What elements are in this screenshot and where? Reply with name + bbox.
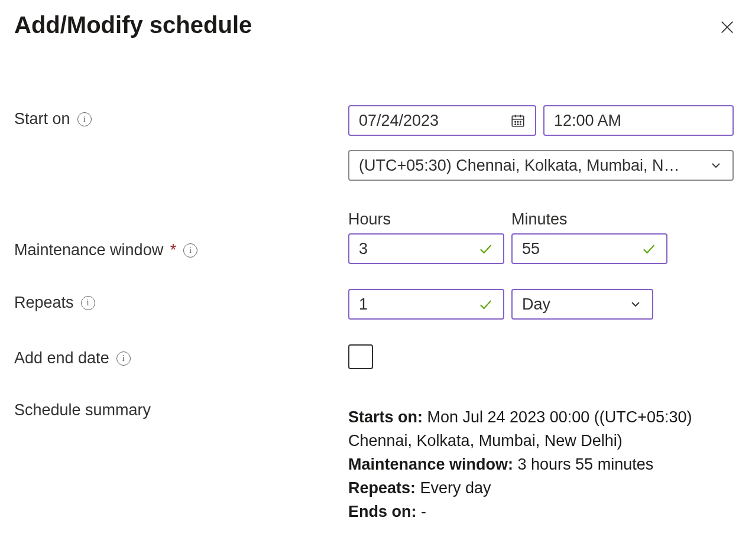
- info-icon[interactable]: [81, 296, 95, 310]
- svg-point-10: [517, 124, 518, 125]
- info-icon[interactable]: [77, 112, 92, 126]
- summary-repeats-value: Every day: [420, 479, 491, 497]
- repeat-count-value: 1: [359, 295, 471, 314]
- info-icon[interactable]: [116, 351, 131, 366]
- summary-ends-label: Ends on:: [348, 503, 417, 520]
- hours-value: 3: [359, 240, 471, 258]
- checkmark-icon: [640, 240, 657, 257]
- svg-point-7: [517, 121, 518, 122]
- summary-mw-value: 3 hours 55 minutes: [518, 455, 654, 473]
- schedule-summary: Starts on: Mon Jul 24 2023 00:00 ((UTC+0…: [348, 401, 738, 524]
- repeat-unit-value: Day: [522, 295, 623, 314]
- repeats-label: Repeats: [14, 294, 74, 312]
- schedule-summary-label: Schedule summary: [14, 401, 151, 419]
- repeat-unit-select[interactable]: Day: [511, 289, 653, 320]
- info-icon[interactable]: [183, 243, 197, 258]
- hours-input[interactable]: 3: [348, 233, 504, 264]
- summary-ends-value: -: [421, 503, 426, 520]
- hours-label: Hours: [348, 210, 504, 229]
- summary-starts-on-label: Starts on:: [348, 408, 423, 426]
- svg-point-9: [515, 124, 516, 125]
- minutes-value: 55: [522, 240, 634, 258]
- repeat-count-input[interactable]: 1: [348, 289, 504, 320]
- start-on-label: Start on: [14, 110, 70, 128]
- add-end-date-label: Add end date: [14, 349, 109, 367]
- start-date-value: 07/24/2023: [359, 112, 504, 130]
- maintenance-window-label: Maintenance window: [14, 241, 163, 259]
- timezone-value: (UTC+05:30) Chennai, Kolkata, Mumbai, N…: [359, 157, 703, 175]
- svg-point-11: [520, 124, 521, 125]
- add-end-date-checkbox[interactable]: [348, 344, 373, 369]
- svg-point-6: [515, 121, 516, 122]
- checkmark-icon: [477, 296, 494, 312]
- summary-mw-label: Maintenance window:: [348, 455, 513, 473]
- svg-point-8: [520, 121, 521, 122]
- start-time-value: 12:00 AM: [554, 112, 723, 130]
- chevron-down-icon: [628, 297, 643, 311]
- checkmark-icon: [477, 240, 494, 257]
- minutes-input[interactable]: 55: [511, 233, 667, 264]
- required-indicator: *: [170, 241, 177, 259]
- timezone-select[interactable]: (UTC+05:30) Chennai, Kolkata, Mumbai, N…: [348, 150, 734, 181]
- page-title: Add/Modify schedule: [14, 12, 252, 38]
- chevron-down-icon: [709, 158, 723, 172]
- minutes-label: Minutes: [511, 210, 667, 229]
- start-date-input[interactable]: 07/24/2023: [348, 105, 536, 136]
- close-button[interactable]: [717, 17, 738, 40]
- summary-repeats-label: Repeats:: [348, 479, 416, 497]
- start-time-input[interactable]: 12:00 AM: [543, 105, 734, 136]
- close-icon: [719, 19, 735, 35]
- calendar-icon: [510, 113, 526, 128]
